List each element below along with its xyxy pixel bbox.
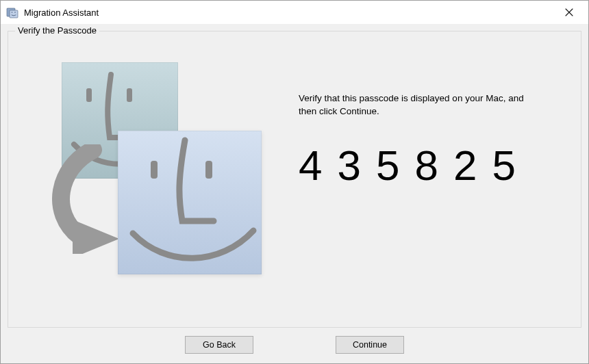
button-row: Go Back Continue bbox=[8, 328, 581, 354]
titlebar: Migration Assistant bbox=[1, 1, 588, 24]
verify-passcode-group: Verify the Passcode bbox=[8, 31, 581, 328]
instruction-text: Verify that this passcode is displayed o… bbox=[299, 92, 531, 117]
app-window: Migration Assistant Verify the Passcode bbox=[0, 0, 589, 364]
svg-rect-8 bbox=[205, 161, 212, 179]
svg-marker-6 bbox=[73, 220, 119, 254]
close-icon bbox=[565, 8, 573, 16]
go-back-button[interactable]: Go Back bbox=[185, 336, 253, 354]
continue-button[interactable]: Continue bbox=[336, 336, 404, 354]
svg-point-2 bbox=[12, 12, 13, 13]
client-area: Verify the Passcode bbox=[1, 24, 588, 363]
svg-rect-5 bbox=[127, 88, 132, 102]
finder-face-front-icon bbox=[118, 131, 262, 274]
migration-illustration bbox=[32, 62, 285, 295]
passcode-display: 435825 bbox=[299, 141, 564, 190]
svg-rect-1 bbox=[10, 10, 18, 18]
close-button[interactable] bbox=[555, 3, 583, 22]
svg-point-3 bbox=[14, 12, 16, 13]
svg-rect-4 bbox=[86, 88, 92, 102]
app-icon bbox=[6, 6, 18, 18]
window-title: Migration Assistant bbox=[24, 8, 99, 18]
svg-rect-7 bbox=[151, 161, 158, 179]
group-legend: Verify the Passcode bbox=[15, 25, 99, 36]
